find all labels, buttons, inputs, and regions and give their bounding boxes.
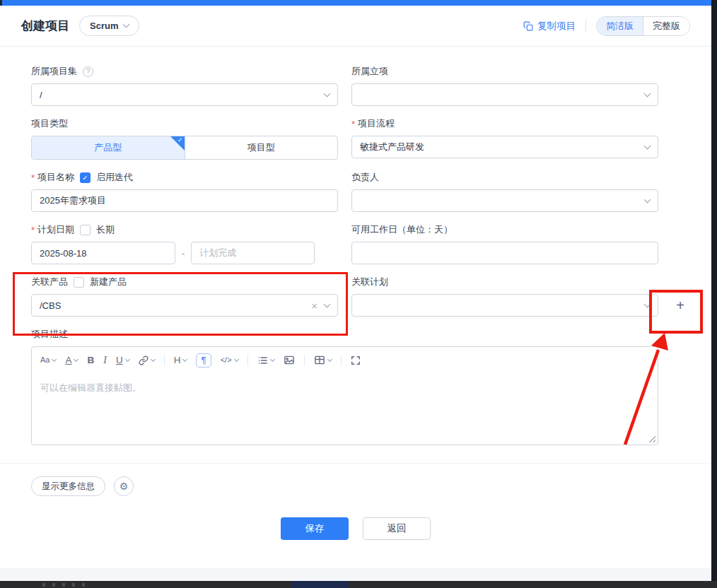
- chevron-down-icon: [644, 90, 651, 97]
- longterm-checkbox[interactable]: [80, 225, 91, 235]
- owner-select[interactable]: [351, 189, 658, 212]
- show-more-info-button[interactable]: 显示更多信息: [31, 476, 105, 496]
- template-selector-label: Scrum: [90, 20, 118, 31]
- toolbar-divider: [341, 355, 342, 366]
- save-button[interactable]: 保存: [281, 517, 349, 540]
- description-editor: Aa A B I U: [31, 346, 658, 445]
- field-plan-date: * 计划日期 长期 2025-08-18 - 计划完成: [31, 223, 338, 264]
- font-color-icon: A: [65, 355, 71, 365]
- footer-divider: [0, 463, 711, 464]
- bold-button[interactable]: B: [87, 355, 94, 365]
- description-label: 项目描述: [31, 328, 68, 341]
- chevron-down-icon: [327, 357, 332, 362]
- font-color-button[interactable]: A: [65, 355, 78, 365]
- settings-button[interactable]: ⚙: [114, 476, 134, 496]
- resize-handle[interactable]: [648, 435, 655, 442]
- italic-button[interactable]: I: [103, 355, 107, 365]
- view-toggle-full[interactable]: 完整版: [643, 17, 689, 35]
- gear-icon: ⚙: [119, 481, 129, 492]
- table-icon: [314, 355, 325, 365]
- new-product-checkbox-label[interactable]: 新建产品: [90, 276, 127, 288]
- toolbar-divider: [304, 355, 305, 366]
- option-product-label: 产品型: [94, 141, 122, 154]
- workdays-label: 可用工作日（单位：天）: [351, 223, 453, 236]
- editor-toolbar: Aa A B I U: [32, 347, 658, 372]
- copy-project-button[interactable]: 复制项目: [523, 20, 576, 33]
- code-button[interactable]: </>: [221, 356, 238, 364]
- linked-plan-select[interactable]: [351, 294, 658, 317]
- view-toggle-simple[interactable]: 简洁版: [597, 17, 643, 35]
- field-project-set: 所属项目集 ? /: [31, 65, 338, 106]
- copy-project-label: 复制项目: [537, 20, 576, 33]
- editor-content-area[interactable]: 可以在编辑器直接贴图。: [32, 372, 658, 404]
- plan-begin-value: 2025-08-18: [40, 248, 167, 259]
- required-mark: *: [31, 225, 35, 235]
- field-workdays: 可用工作日（单位：天）: [351, 223, 658, 264]
- plus-icon: +: [676, 298, 684, 312]
- project-type-option-project[interactable]: 项目型: [185, 136, 338, 159]
- workdays-input[interactable]: [351, 242, 658, 264]
- project-charter-select[interactable]: [351, 83, 658, 106]
- link-button[interactable]: [139, 355, 155, 365]
- list-button[interactable]: [257, 355, 274, 365]
- taskbar-icons: [42, 583, 85, 587]
- fullscreen-button[interactable]: [351, 355, 361, 365]
- list-icon: [257, 355, 268, 365]
- table-button[interactable]: [314, 355, 332, 365]
- project-name-input[interactable]: 2025年需求项目: [31, 189, 338, 212]
- paragraph-button[interactable]: ¶: [196, 353, 211, 368]
- project-charter-label: 所属立项: [351, 65, 388, 78]
- chevron-down-icon: [324, 90, 331, 97]
- project-set-select[interactable]: /: [31, 83, 338, 106]
- chevron-down-icon: [74, 357, 78, 362]
- chevron-down-icon: [234, 357, 239, 362]
- longterm-checkbox-label[interactable]: 长期: [96, 223, 115, 236]
- chevron-down-icon: [270, 357, 275, 362]
- image-button[interactable]: [284, 355, 295, 365]
- linked-product-value: /CBS: [40, 300, 311, 311]
- bottom-status-strip: [0, 568, 711, 581]
- plan-end-placeholder: 计划完成: [199, 247, 306, 259]
- plan-date-label: 计划日期: [37, 223, 74, 236]
- chevron-down-icon: [644, 196, 651, 203]
- font-size-button[interactable]: Aa: [40, 356, 56, 364]
- owner-label: 负责人: [351, 171, 379, 184]
- fullscreen-icon: [351, 355, 361, 365]
- paragraph-icon: ¶: [201, 355, 206, 365]
- iteration-checkbox-label[interactable]: 启用迭代: [96, 171, 133, 184]
- toolbar-divider: [164, 355, 165, 366]
- taskbar-strip: [0, 581, 717, 588]
- editor-placeholder: 可以在编辑器直接贴图。: [40, 382, 141, 393]
- field-description: 项目描述 Aa A B I U: [31, 328, 658, 445]
- add-plan-button[interactable]: +: [668, 294, 692, 317]
- iteration-checkbox[interactable]: ✓: [80, 172, 91, 183]
- field-linked-plan: 关联计划 +: [351, 276, 658, 317]
- help-icon[interactable]: ?: [83, 66, 93, 77]
- check-icon: ✓: [82, 174, 88, 182]
- clear-icon[interactable]: ×: [311, 300, 317, 312]
- chevron-down-icon: [123, 21, 130, 28]
- heading-button[interactable]: H: [174, 355, 187, 365]
- option-project-label: 项目型: [247, 141, 275, 154]
- project-set-label: 所属项目集: [31, 65, 77, 78]
- view-mode-toggle: 简洁版 完整版: [596, 16, 690, 36]
- back-button[interactable]: 返回: [363, 517, 431, 540]
- chevron-down-icon: [324, 300, 331, 307]
- workflow-select[interactable]: 敏捷式产品研发: [351, 136, 658, 158]
- right-edge-strip: [711, 0, 717, 588]
- top-left-corner: [0, 0, 2, 6]
- linked-product-select[interactable]: /CBS ×: [31, 294, 338, 317]
- template-selector[interactable]: Scrum: [79, 16, 139, 36]
- bold-icon: B: [87, 355, 94, 365]
- underline-icon: U: [116, 355, 123, 365]
- plan-end-input[interactable]: 计划完成: [191, 242, 315, 264]
- plan-begin-input[interactable]: 2025-08-18: [31, 242, 175, 264]
- chevron-down-icon: [151, 357, 156, 362]
- linked-product-label: 关联产品: [31, 276, 68, 288]
- field-project-name: * 项目名称 ✓ 启用迭代 2025年需求项目: [31, 171, 338, 212]
- project-type-option-product[interactable]: 产品型 ✓: [32, 136, 185, 159]
- project-name-value: 2025年需求项目: [40, 194, 330, 207]
- underline-button[interactable]: U: [116, 355, 129, 365]
- new-product-checkbox[interactable]: [74, 277, 84, 288]
- required-mark: *: [31, 172, 35, 183]
